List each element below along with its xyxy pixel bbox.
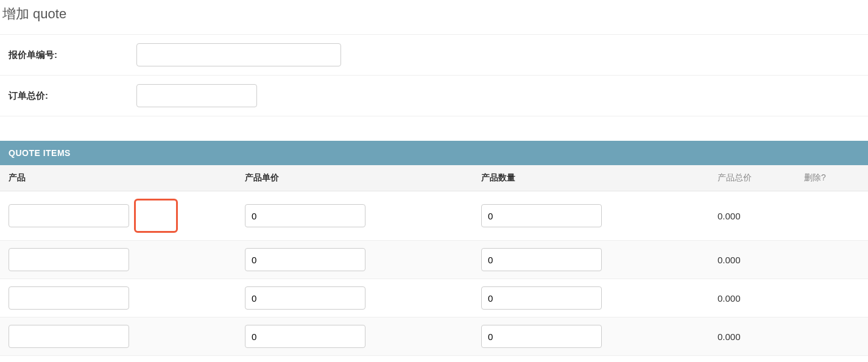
- row-total-value: 0.000: [718, 255, 741, 265]
- col-header-delete: 删除?: [796, 165, 868, 191]
- col-header-product: 产品: [0, 165, 236, 191]
- order-total-input[interactable]: [136, 84, 257, 107]
- table-row: 0.000: [0, 279, 868, 318]
- form-row-order-total: 订单总价:: [0, 76, 868, 116]
- delete-cell: [796, 191, 868, 241]
- quantity-input[interactable]: [481, 286, 602, 310]
- page-title: 增加 quote: [0, 0, 868, 34]
- delete-cell: [796, 318, 868, 356]
- unit-price-input[interactable]: [245, 286, 365, 310]
- table-row: 0.000: [0, 356, 868, 363]
- table-row: 0.000: [0, 191, 868, 241]
- table-row: 0.000: [0, 318, 868, 356]
- table-row: 0.000: [0, 241, 868, 279]
- quote-items-header: QUOTE ITEMS: [0, 141, 868, 165]
- delete-cell: [796, 279, 868, 318]
- form-section: 报价单编号: 订单总价:: [0, 34, 868, 116]
- col-header-unit-price: 产品单价: [236, 165, 473, 191]
- col-header-quantity: 产品数量: [473, 165, 709, 191]
- product-input[interactable]: [9, 325, 129, 348]
- quote-no-input[interactable]: [136, 43, 341, 66]
- product-input[interactable]: [9, 248, 129, 271]
- product-input[interactable]: [9, 204, 129, 227]
- row-total-value: 0.000: [718, 293, 741, 303]
- row-total-value: 0.000: [718, 211, 741, 221]
- quantity-input[interactable]: [481, 325, 602, 348]
- form-row-quote-no: 报价单编号:: [0, 35, 868, 76]
- col-header-total: 产品总价: [709, 165, 796, 191]
- quote-items-table: 产品 产品单价 产品数量 产品总价 删除? 0.0000.0000.0000.0…: [0, 165, 868, 362]
- row-total-value: 0.000: [718, 332, 741, 342]
- unit-price-input[interactable]: [245, 204, 365, 227]
- quantity-input[interactable]: [481, 248, 602, 271]
- delete-cell: [796, 356, 868, 363]
- product-input[interactable]: [9, 286, 129, 310]
- unit-price-input[interactable]: [245, 248, 365, 271]
- quantity-input[interactable]: [481, 204, 602, 227]
- order-total-label: 订单总价:: [9, 90, 136, 102]
- unit-price-input[interactable]: [245, 325, 365, 348]
- delete-cell: [796, 241, 868, 279]
- quote-no-label: 报价单编号:: [9, 49, 136, 61]
- autocomplete-popup[interactable]: [134, 199, 178, 233]
